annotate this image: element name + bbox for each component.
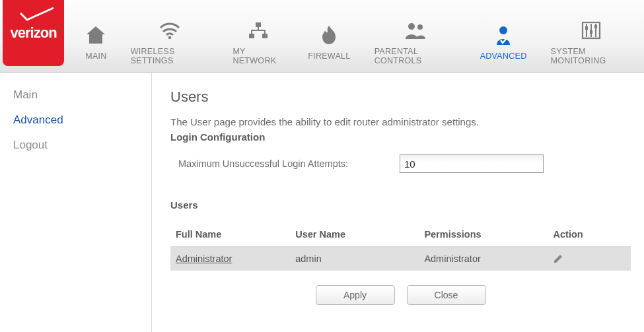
sidebar-item-advanced[interactable]: Advanced bbox=[13, 114, 151, 127]
nav-label: PARENTAL CONTROLS bbox=[375, 47, 456, 65]
wifi-icon bbox=[159, 19, 181, 42]
svg-rect-13 bbox=[594, 25, 597, 28]
svg-point-0 bbox=[168, 36, 172, 39]
svg-rect-1 bbox=[256, 22, 261, 27]
col-permissions: Permissions bbox=[419, 222, 548, 247]
nav-label: ADVANCED bbox=[480, 51, 527, 61]
page-description: The User page provides the ability to ed… bbox=[170, 116, 631, 127]
content-area: Users The User page provides the ability… bbox=[152, 73, 644, 332]
svg-rect-12 bbox=[590, 30, 592, 34]
user-username: admin bbox=[290, 247, 419, 271]
nav-network[interactable]: MY NETWORK bbox=[233, 7, 284, 65]
table-header-row: Full Name User Name Permissions Action bbox=[170, 222, 631, 247]
svg-point-5 bbox=[417, 24, 423, 30]
sidebar-item-logout[interactable]: Logout bbox=[13, 139, 151, 152]
button-row: Apply Close bbox=[170, 285, 631, 305]
sidebar: Main Advanced Logout bbox=[0, 73, 152, 332]
monitor-icon bbox=[581, 19, 601, 42]
col-username: User Name bbox=[290, 222, 419, 247]
users-section-label: Users bbox=[170, 199, 631, 211]
nav-advanced[interactable]: ADVANCED bbox=[480, 12, 527, 61]
col-action: Action bbox=[548, 222, 631, 247]
nav-firewall[interactable]: FIREWALL bbox=[308, 12, 350, 61]
people-icon bbox=[404, 19, 427, 42]
home-icon bbox=[85, 24, 106, 46]
users-table: Full Name User Name Permissions Action A… bbox=[170, 222, 631, 271]
nav-wireless[interactable]: WIRELESS SETTINGS bbox=[131, 7, 209, 65]
svg-point-4 bbox=[408, 23, 415, 30]
brand-text: verizon bbox=[11, 24, 57, 42]
sidebar-item-main[interactable]: Main bbox=[13, 88, 151, 102]
apply-button[interactable]: Apply bbox=[316, 285, 395, 305]
nav-label: FIREWALL bbox=[308, 51, 350, 61]
nav-parental[interactable]: PARENTAL CONTROLS bbox=[375, 7, 456, 65]
svg-rect-3 bbox=[262, 34, 268, 38]
user-permissions: Administrator bbox=[419, 247, 548, 271]
advanced-icon bbox=[495, 24, 512, 46]
close-button[interactable]: Close bbox=[407, 285, 486, 305]
flame-icon bbox=[321, 24, 337, 46]
logo-check-icon bbox=[19, 7, 55, 22]
login-config-label: Login Configuration bbox=[170, 131, 631, 143]
max-attempts-row: Maximum Unsuccessful Login Attempts: bbox=[178, 154, 631, 173]
svg-point-6 bbox=[499, 26, 507, 34]
top-navbar: verizon MAIN WIRELESS SETTINGS MY NETWOR… bbox=[0, 0, 644, 73]
nav-label: WIRELESS SETTINGS bbox=[131, 47, 209, 65]
edit-icon[interactable] bbox=[554, 254, 626, 263]
page-title: Users bbox=[170, 88, 631, 106]
main-nav: MAIN WIRELESS SETTINGS MY NETWORK FIREWA… bbox=[64, 0, 644, 72]
brand-logo: verizon bbox=[3, 0, 64, 66]
user-fullname-link[interactable]: Administrator bbox=[176, 253, 232, 264]
max-attempts-label: Maximum Unsuccessful Login Attempts: bbox=[178, 158, 400, 169]
nav-main[interactable]: MAIN bbox=[85, 12, 106, 61]
network-icon bbox=[248, 19, 269, 42]
nav-label: SYSTEM MONITORING bbox=[551, 47, 632, 65]
nav-label: MY NETWORK bbox=[233, 47, 284, 65]
nav-label: MAIN bbox=[85, 51, 106, 61]
svg-rect-11 bbox=[585, 26, 588, 30]
nav-monitoring[interactable]: SYSTEM MONITORING bbox=[551, 7, 632, 65]
col-fullname: Full Name bbox=[170, 222, 290, 247]
table-row: Administrator admin Administrator bbox=[170, 247, 631, 271]
max-attempts-input[interactable] bbox=[400, 154, 544, 173]
svg-rect-2 bbox=[249, 34, 254, 38]
